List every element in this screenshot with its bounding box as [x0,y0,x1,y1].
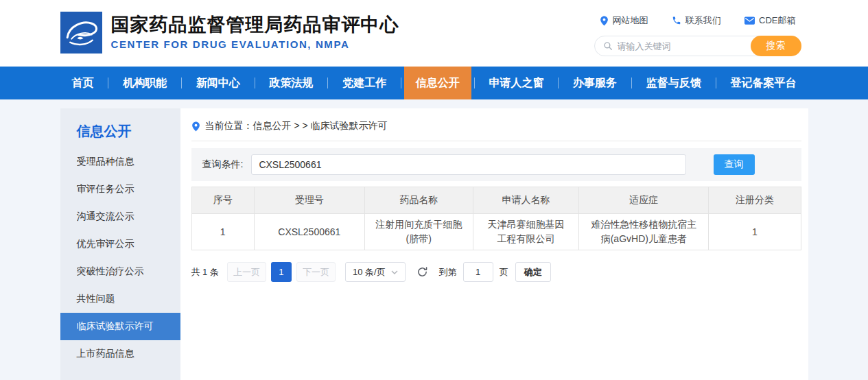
nav-item-news[interactable]: 新闻中心 [185,67,252,99]
nav-divider [474,78,475,88]
sidebar-item-priority-review[interactable]: 优先审评公示 [60,230,180,258]
quick-links: 网站地图 联系我们 CDE邮箱 [594,14,801,27]
goto-page-suffix: 页 [500,266,508,278]
pagination: 共 1 条 上一页 1 下一页 10 条/页 到第 页 确定 [191,262,801,282]
prev-page-button[interactable]: 上一页 [227,262,266,282]
cell-index: 1 [191,214,254,250]
col-header-indication: 适应症 [579,187,709,214]
site-search-button[interactable]: 搜索 [751,36,801,56]
page-size-select[interactable]: 10 条/页 [345,262,406,282]
main-panel: 当前位置：信息公开 > > 临床试验默示许可 查询条件: 查询 序号 受理号 药… [180,108,808,380]
nav-divider [255,78,255,88]
query-button[interactable]: 查询 [714,154,755,175]
page-number-1[interactable]: 1 [271,262,292,282]
nav-item-policy[interactable]: 政策法规 [257,67,325,99]
nav-item-supervision[interactable]: 监督与反馈 [635,67,713,99]
cell-registration-class: 1 [709,214,801,250]
nav-item-applicant-window[interactable]: 申请人之窗 [477,67,555,99]
phone-icon [672,16,681,25]
refresh-icon [417,266,428,278]
site-header: 国家药品监督管理局药品审评中心 CENTER FOR DRUG EVALUATI… [0,0,868,67]
page-size-value: 10 条/页 [353,266,386,278]
sidebar-item-review-tasks[interactable]: 审评任务公示 [60,176,180,203]
cell-acceptance-no: CXSL2500661 [254,214,364,250]
mail-icon [744,16,755,25]
col-header-index: 序号 [191,187,254,214]
cell-indication: 难治性急性移植物抗宿主病(aGvHD)儿童患者 [579,214,709,250]
search-icon [603,41,613,51]
cde-logo-icon [60,12,102,54]
contact-us-link[interactable]: 联系我们 [672,14,721,27]
next-page-button[interactable]: 下一页 [296,262,336,282]
nav-item-services[interactable]: 办事服务 [561,67,629,99]
cde-mail-label: CDE邮箱 [759,14,795,27]
query-label: 查询条件: [202,158,244,171]
nav-item-registration-platform[interactable]: 登记备案平台 [718,67,808,99]
nav-item-home[interactable]: 首页 [60,67,106,99]
sidebar-title: 信息公开 [60,122,180,148]
nav-divider [181,78,182,88]
nav-divider [108,78,108,88]
query-panel: 查询条件: 查询 [191,148,801,181]
breadcrumb: 当前位置：信息公开 > > 临床试验默示许可 [191,115,801,141]
col-header-applicant: 申请人名称 [473,187,579,214]
site-subtitle: CENTER FOR DRUG EVALUATION, NMPA [111,38,399,50]
nav-divider [558,78,559,88]
location-pin-icon [191,121,200,132]
cde-mail-link[interactable]: CDE邮箱 [744,14,795,27]
nav-divider [631,78,632,88]
sidebar: 信息公开 受理品种信息 审评任务公示 沟通交流公示 优先审评公示 突破性治疗公示… [60,108,180,380]
goto-page-input[interactable] [463,262,493,282]
nav-divider [401,78,401,88]
col-header-acceptance-no: 受理号 [254,187,364,214]
query-input[interactable] [251,154,685,175]
nav-item-info-disclosure[interactable]: 信息公开 [404,67,471,99]
table-header-row: 序号 受理号 药品名称 申请人名称 适应症 注册分类 [191,187,801,214]
sidebar-item-common-questions[interactable]: 共性问题 [60,285,180,313]
nav-item-party[interactable]: 党建工作 [331,67,398,99]
results-table: 序号 受理号 药品名称 申请人名称 适应症 注册分类 1 CXSL2500661… [191,187,801,250]
total-count-label: 共 1 条 [191,266,219,278]
sidebar-item-accepted-products[interactable]: 受理品种信息 [60,148,180,176]
col-header-registration-class: 注册分类 [709,187,801,214]
site-title: 国家药品监督管理局药品审评中心 [111,15,399,36]
main-nav: 首页 机构职能 新闻中心 政策法规 党建工作 信息公开 申请人之窗 办事服务 监… [0,67,868,99]
nav-item-org[interactable]: 机构职能 [111,67,178,99]
site-logo[interactable]: 国家药品监督管理局药品审评中心 CENTER FOR DRUG EVALUATI… [60,12,399,54]
site-search-bar: 搜索 [594,36,801,56]
contact-us-label: 联系我们 [685,14,721,27]
sidebar-item-clinical-trial-implied-license[interactable]: 临床试验默示许可 [60,313,180,340]
sidebar-item-communication[interactable]: 沟通交流公示 [60,203,180,230]
col-header-drug-name: 药品名称 [364,187,473,214]
sitemap-label: 网站地图 [613,14,648,27]
goto-page-label: 到第 [439,266,457,278]
nav-divider [716,78,716,88]
refresh-button[interactable] [417,266,428,278]
chevron-down-icon [391,270,398,274]
sidebar-item-breakthrough-therapy[interactable]: 突破性治疗公示 [60,258,180,285]
cell-drug-name: 注射用间充质干细胞(脐带) [364,214,473,250]
sidebar-item-marketed-drugs[interactable]: 上市药品信息 [60,340,180,368]
sitemap-link[interactable]: 网站地图 [600,14,648,27]
confirm-button[interactable]: 确定 [515,262,551,282]
breadcrumb-text: 当前位置：信息公开 > > 临床试验默示许可 [205,120,388,132]
nav-divider [327,78,328,88]
table-row: 1 CXSL2500661 注射用间充质干细胞(脐带) 天津昂赛细胞基因工程有限… [191,214,801,250]
location-pin-icon [600,16,609,26]
cell-applicant: 天津昂赛细胞基因工程有限公司 [473,214,579,250]
